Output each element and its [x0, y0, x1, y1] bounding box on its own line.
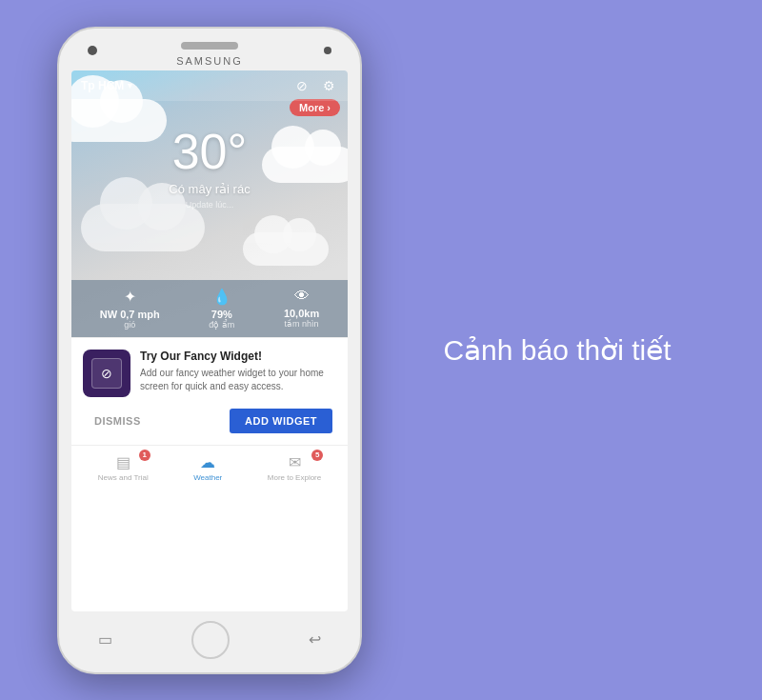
visibility-icon: 👁 — [294, 288, 310, 305]
refresh-icon[interactable]: ⊘ — [292, 76, 311, 95]
location-name: Tp HCM — [81, 79, 124, 92]
widget-description: Add our fancy weather widget to your hom… — [140, 367, 336, 393]
widget-icon-inner: ⊘ — [91, 358, 122, 389]
explore-badge: 5 — [311, 450, 323, 461]
widget-actions: DISMISS ADD WIDGET — [83, 409, 336, 433]
phone-frame: SAMSUNG Tp HCM ▾ ⊘ ⚙ — [57, 27, 362, 674]
widget-icon-box: ⊘ — [83, 350, 130, 397]
settings-icon[interactable]: ⚙ — [319, 76, 338, 95]
visibility-stat: 👁 10,0km tầm nhìn — [284, 288, 319, 330]
phone-bottom-bar: ▭ ↩ — [59, 611, 360, 672]
nav-item-explore[interactable]: 5 ✉ More to Explore — [264, 451, 325, 484]
phone-screen: Tp HCM ▾ ⊘ ⚙ More › — [71, 70, 348, 611]
phone-camera — [88, 46, 97, 55]
humidity-stat: 💧 79% độ ẩm — [209, 288, 234, 330]
location-label[interactable]: Tp HCM ▾ — [81, 79, 132, 92]
nav-item-weather[interactable]: ☁ Weather — [190, 451, 226, 484]
recent-apps-button[interactable]: ▭ — [98, 630, 112, 649]
wind-stat: ✦ NW 0,7 mph gió — [100, 288, 160, 330]
more-arrow-icon: › — [327, 102, 331, 113]
app-header: Tp HCM ▾ ⊘ ⚙ — [71, 70, 348, 101]
humidity-label: độ ẩm — [209, 320, 234, 330]
humidity-value: 79% — [211, 309, 232, 320]
nav-item-news[interactable]: 1 ▤ News and Trial — [94, 451, 152, 484]
explore-label: More to Explore — [268, 473, 321, 482]
phone-top-bar — [59, 29, 360, 55]
news-badge: 1 — [139, 450, 150, 461]
temperature-display: 30° Có mây rải rác Update lúc... — [71, 123, 348, 210]
weather-icon: ☁ — [200, 453, 215, 471]
widget-text-block: Try Our Fancy Widget! Add our fancy weat… — [140, 350, 336, 393]
update-text: Update lúc... — [71, 200, 348, 210]
phone-speaker — [181, 42, 238, 50]
dismiss-button[interactable]: DISMISS — [87, 411, 149, 430]
visibility-value: 10,0km — [284, 308, 319, 319]
wind-value: NW 0,7 mph — [100, 309, 160, 320]
phone-front-camera — [324, 47, 331, 54]
wind-icon: ✦ — [124, 288, 136, 306]
more-label: More — [299, 102, 324, 113]
phone-brand: SAMSUNG — [176, 55, 243, 67]
weather-description: Có mây rải rác — [71, 182, 348, 196]
cloud-4 — [243, 232, 329, 266]
page-wrapper: SAMSUNG Tp HCM ▾ ⊘ ⚙ — [0, 0, 762, 700]
widget-card: ⊘ Try Our Fancy Widget! Add our fancy we… — [71, 337, 348, 445]
back-button[interactable]: ↩ — [309, 630, 321, 649]
weather-background: More › 30° Có mây rải rác Update lúc... … — [71, 70, 348, 337]
widget-symbol-icon: ⊘ — [101, 366, 112, 381]
weather-label: Weather — [193, 473, 222, 482]
news-label: News and Trial — [98, 473, 149, 482]
right-text-area: Cảnh báo thời tiết — [362, 331, 724, 369]
widget-card-top: ⊘ Try Our Fancy Widget! Add our fancy we… — [83, 350, 336, 397]
temperature-value: 30° — [71, 123, 348, 180]
widget-title: Try Our Fancy Widget! — [140, 350, 336, 363]
header-icons: ⊘ ⚙ — [292, 76, 338, 95]
home-button[interactable] — [191, 621, 230, 659]
more-button[interactable]: More › — [290, 99, 340, 116]
cloud-3 — [81, 204, 205, 251]
bottom-nav: 1 ▤ News and Trial ☁ Weather 5 ✉ More to… — [71, 445, 348, 488]
add-widget-button[interactable]: ADD WIDGET — [230, 409, 332, 433]
location-dropdown-icon[interactable]: ▾ — [128, 81, 132, 90]
explore-icon: ✉ — [289, 453, 301, 471]
main-tagline: Cảnh báo thời tiết — [443, 331, 671, 369]
humidity-icon: 💧 — [212, 288, 231, 306]
weather-stats: ✦ NW 0,7 mph gió 💧 79% độ ẩm 👁 10,0km tầ… — [71, 280, 348, 337]
wind-label: gió — [124, 320, 135, 330]
news-icon: ▤ — [116, 453, 130, 471]
visibility-label: tầm nhìn — [285, 319, 319, 329]
